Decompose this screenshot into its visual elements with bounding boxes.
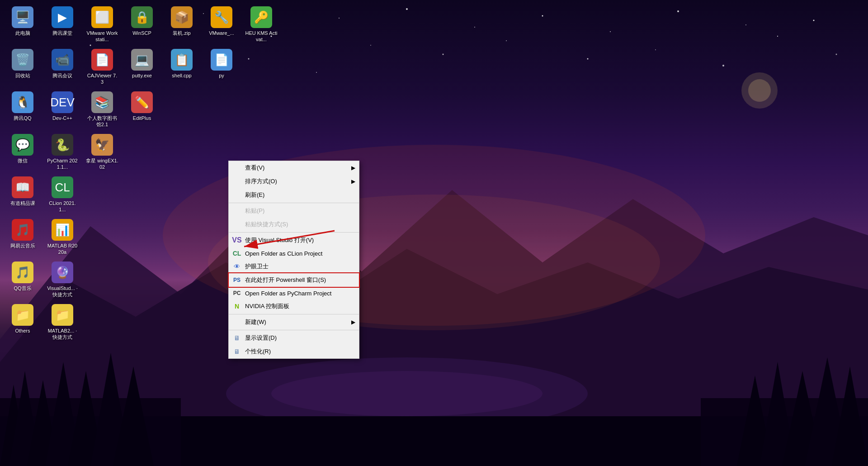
- menu-item-eye-guard[interactable]: 👁 护眼卫士: [229, 260, 359, 273]
- icon-pycharm[interactable]: 🐍 PyCharm 2021.1...: [44, 132, 80, 173]
- icon-qqchat[interactable]: 🐧 腾讯QQ: [5, 90, 41, 130]
- menu-item-vs-open[interactable]: VS 使用 Visual Studio 打开(V): [229, 233, 359, 247]
- others-label: Others: [15, 328, 30, 334]
- recycle-bin-label: 回收站: [15, 72, 30, 79]
- icon-tencent-class[interactable]: ▶ 腾讯课堂: [44, 5, 80, 45]
- vmware-label: VMware Workstati...: [86, 30, 118, 43]
- cajviewer-icon: 📄: [91, 49, 113, 71]
- cajviewer-label: CAJViewer 7.3: [86, 72, 118, 86]
- powershell-label: 在此处打开 Powershell 窗口(S): [245, 276, 326, 284]
- desktop-col-7: 🔑 HEU KMS Activat...: [243, 5, 279, 46]
- yourdao-icon: 📖: [12, 176, 33, 198]
- qqchat-icon: 🐧: [12, 91, 33, 113]
- icon-vmware-dash[interactable]: 🔧 VMware_...: [203, 5, 240, 45]
- qqmusic-icon: 🎵: [12, 262, 33, 283]
- editplus-icon: ✏️: [131, 91, 153, 113]
- this-pc-label: 此电脑: [15, 30, 30, 36]
- editplus-label: EditPlus: [133, 115, 151, 121]
- icon-others[interactable]: 📁 Others: [5, 302, 41, 343]
- new-icon: [232, 318, 241, 327]
- icon-clion[interactable]: CL CLion 2021.1...: [44, 175, 80, 215]
- zhuangji-icon: 📦: [171, 6, 193, 28]
- icon-py-file[interactable]: 📄 py: [203, 47, 240, 88]
- desktop-col-6: 🔧 VMware_... 📄 py: [203, 5, 240, 89]
- nvidia-label: NVIDIA 控制面板: [245, 302, 289, 310]
- personal-library-label: 个人数字图书馆2.1: [86, 115, 118, 128]
- refresh-icon: [232, 190, 241, 200]
- icon-heu-kms[interactable]: 🔑 HEU KMS Activat...: [243, 5, 279, 45]
- dev-cpp-icon: DEV: [52, 91, 73, 113]
- menu-item-display[interactable]: 🖥 显示设置(D): [229, 331, 359, 345]
- matlab-icon: 📊: [52, 219, 73, 241]
- matlab2-label: MATLAB2... · 快捷方式: [46, 328, 79, 341]
- vmware-dash-label: VMware_...: [209, 30, 234, 36]
- pycharm-open-label: Open Folder as PyCharm Project: [245, 290, 331, 297]
- dev-cpp-label: Dev-C++: [52, 115, 72, 121]
- desktop-col-1: 🖥️ 此电脑 🗑️ 回收站 🐧 腾讯QQ 💬 微信 📖 有道精品课 🎵 网易云音…: [5, 5, 41, 344]
- icon-winscp[interactable]: 🔒 WinSCP: [124, 5, 160, 45]
- icon-neteasy[interactable]: 🎵 网易云音乐: [5, 217, 41, 258]
- menu-item-sort[interactable]: 排序方式(O) ▶: [229, 175, 359, 188]
- heu-kms-label: HEU KMS Activat...: [245, 30, 278, 43]
- clion-icon: CL: [52, 176, 73, 198]
- neteasy-icon: 🎵: [12, 219, 33, 241]
- personal-library-icon: 📚: [91, 91, 113, 113]
- py-file-icon: 📄: [211, 49, 232, 71]
- menu-item-view[interactable]: 查看(V) ▶: [229, 161, 359, 175]
- icon-visualstudio-shortcut[interactable]: 🔮 VisualStud... · 快捷方式: [44, 260, 80, 300]
- clion-open-label: Open Folder as CLion Project: [245, 250, 322, 257]
- icon-personal-library[interactable]: 📚 个人数字图书馆2.1: [84, 90, 120, 130]
- menu-item-clion-open[interactable]: CL Open Folder as CLion Project: [229, 247, 359, 260]
- paste-label: 粘贴(P): [245, 207, 264, 215]
- matlab2-icon: 📁: [52, 304, 73, 326]
- menu-item-nvidia[interactable]: N NVIDIA 控制面板: [229, 300, 359, 313]
- icon-cajviewer[interactable]: 📄 CAJViewer 7.3: [84, 47, 120, 88]
- wechat-label: 微信: [18, 157, 28, 164]
- qqchat-label: 腾讯QQ: [14, 115, 31, 121]
- icon-wechat[interactable]: 💬 微信: [5, 132, 41, 173]
- qqmusic-label: QQ音乐: [14, 285, 31, 291]
- context-menu: 查看(V) ▶ 排序方式(O) ▶ 刷新(E) 粘贴(P) 粘贴快捷方式(S) …: [228, 161, 359, 359]
- sort-label: 排序方式(O): [245, 177, 277, 185]
- menu-item-personalize[interactable]: 🖥 个性化(R): [229, 345, 359, 358]
- icon-recycle-bin[interactable]: 🗑️ 回收站: [5, 47, 41, 88]
- visualstudio-icon: 🔮: [52, 262, 73, 283]
- vmware-dash-icon: 🔧: [211, 6, 232, 28]
- menu-item-paste-shortcut[interactable]: 粘贴快捷方式(S): [229, 218, 359, 231]
- icon-editplus[interactable]: ✏️ EditPlus: [124, 90, 160, 130]
- menu-item-refresh[interactable]: 刷新(E): [229, 188, 359, 202]
- icon-tencent-meeting[interactable]: 📹 腾讯会议: [44, 47, 80, 88]
- menu-item-pycharm-open[interactable]: PC Open Folder as PyCharm Project: [229, 287, 359, 300]
- menu-item-paste[interactable]: 粘贴(P): [229, 204, 359, 218]
- icon-wingex[interactable]: 🦅 拿星 wingEX1.02: [84, 132, 120, 173]
- sort-arrow: ▶: [351, 178, 355, 185]
- yourdao-label: 有道精品课: [10, 200, 35, 206]
- icon-zhuangji-zip[interactable]: 📦 装机.zip: [164, 5, 200, 45]
- personalize-label: 个性化(R): [245, 347, 271, 356]
- icon-yourdao[interactable]: 📖 有道精品课: [5, 175, 41, 215]
- matlab-label: MATLAB R2020a: [46, 243, 79, 256]
- icon-qqmusic[interactable]: 🎵 QQ音乐: [5, 260, 41, 300]
- desktop-col-4: 🔒 WinSCP 💻 putty.exe ✏️ EditPlus: [124, 5, 160, 131]
- icon-shell-cpp[interactable]: 📋 shell.cpp: [164, 47, 200, 88]
- icon-this-pc[interactable]: 🖥️ 此电脑: [5, 5, 41, 45]
- vmware-icon: ⬜: [91, 6, 113, 28]
- eye-guard-label: 护眼卫士: [245, 262, 269, 271]
- separator-4: [229, 330, 359, 330]
- icon-matlab2-shortcut[interactable]: 📁 MATLAB2... · 快捷方式: [44, 302, 80, 343]
- winscp-icon: 🔒: [131, 6, 153, 28]
- separator-2: [229, 232, 359, 233]
- icon-putty[interactable]: 💻 putty.exe: [124, 47, 160, 88]
- heu-kms-icon: 🔑: [250, 6, 272, 28]
- this-pc-icon: 🖥️: [12, 6, 33, 28]
- separator-1: [229, 203, 359, 203]
- neteasy-label: 网易云音乐: [10, 243, 35, 249]
- visualstudio-label: VisualStud... · 快捷方式: [46, 285, 79, 298]
- menu-item-new[interactable]: 新建(W) ▶: [229, 315, 359, 329]
- menu-item-powershell[interactable]: PS 在此处打开 Powershell 窗口(S): [229, 273, 359, 287]
- pycharm-menu-icon: PC: [232, 289, 241, 298]
- icon-vmware-workstation[interactable]: ⬜ VMware Workstati...: [84, 5, 120, 45]
- icon-dev-cpp[interactable]: DEV Dev-C++: [44, 90, 80, 130]
- putty-icon: 💻: [131, 49, 153, 71]
- icon-matlab[interactable]: 📊 MATLAB R2020a: [44, 217, 80, 258]
